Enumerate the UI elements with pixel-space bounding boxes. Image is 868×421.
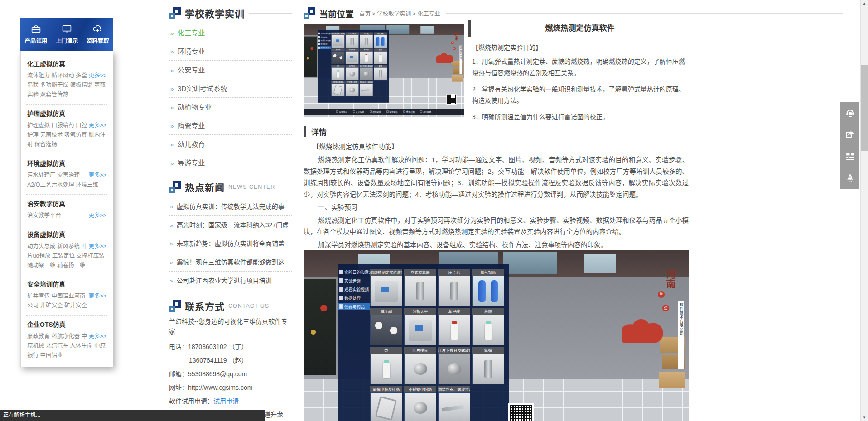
more-link[interactable]: 更多>> [88, 71, 106, 81]
equipment-card[interactable]: 蔗糖 [374, 48, 387, 64]
sim-toolbar-exit[interactable]: 退出观察 [420, 110, 431, 113]
news-item[interactable]: »未来新趋势：虚拟仿真实训将全面铺盖 [169, 234, 292, 253]
menu-item-environment[interactable]: »环境专业 [169, 42, 292, 61]
sim-menu-item-instruments[interactable]: 仪器与药品 [318, 46, 331, 49]
equipment-card[interactable]: 不锈钢小坩埚 [404, 386, 436, 421]
equipment-card[interactable]: 氧弹 [472, 347, 504, 384]
main-content: 当前位置 首页 > 学校教学实训 > 化工专业 燃烧热测定仿真软件 【燃烧热测定… [304, 6, 843, 20]
scrollbar-track[interactable]: ▲ ▼ [860, 0, 868, 421]
equipment-card[interactable]: 燃烧热测定实验装置 [370, 269, 402, 306]
section-links[interactable]: 更多>>护理虚拟 口服给药 口腔护理 无菌技术 吸氧仿真 肌内注射 保留灌肠 [27, 121, 106, 149]
equipment-card[interactable]: 压片下模具及螺旋燃烧丝 [438, 347, 470, 384]
section-links[interactable]: 更多>>动力头总成 新风系统 叶片ud铺放 工装定位 支撑杆压装 随动架三维 辅… [27, 242, 106, 270]
sim-menu-item-steps[interactable]: 实验步骤 [318, 36, 331, 39]
section-links[interactable]: 更多>>矿井宣传 中国铝业河南公司 井矿安全 矿井安全 [27, 292, 106, 311]
equipment-photo [360, 51, 373, 64]
section-links[interactable]: 更多>>流体阻力 循环风动 多釜串联 多功能干燥 筛板精馏 萃取实验 双套管传热 [27, 71, 106, 100]
equipment-card[interactable]: 减压阀 [370, 308, 402, 345]
sim-toolbar-assess[interactable]: 实验考核 [386, 110, 398, 113]
back-to-top-button[interactable] [840, 167, 859, 189]
sim-menu-item-video[interactable]: 观看实验视频 [338, 286, 370, 293]
equipment-card[interactable]: 氧弹 [374, 65, 387, 80]
sim-menu-item-purpose[interactable]: 实验目的和意义 [338, 268, 370, 276]
menu-item-animals-plants[interactable]: »动植物专业 [169, 98, 292, 116]
site-map-button[interactable] [840, 145, 859, 167]
product-trial-button[interactable]: 产品试用 [24, 24, 47, 45]
sim-menu-item-data[interactable]: 数据处理 [338, 294, 370, 301]
equipment-card[interactable]: 氧气钢瓶 [472, 269, 504, 306]
sim-menu: 实验目的和意义 实验步骤 观看实验视频 数据处理 仪器与药品 [338, 268, 370, 311]
sim-toolbar-learn[interactable]: 认识实验 [353, 110, 364, 113]
brand-company-text: 软件技术有限公司 [678, 301, 684, 369]
share-button[interactable] [840, 124, 859, 145]
equipment-card[interactable]: 苯甲酸 [360, 48, 373, 64]
news-item[interactable]: »虚拟仿真实训：传统教学无法完成的事 [169, 197, 292, 216]
document-icon [318, 33, 320, 34]
menu-item-ceramics[interactable]: »陶瓷专业 [169, 116, 292, 135]
equipment-card[interactable]: 苯甲酸 [438, 308, 470, 345]
sim-menu-item-video[interactable]: 观看实验视频 [318, 39, 331, 42]
news-item[interactable]: »高光时刻：国家级一流本科纳入327门虚 [169, 216, 292, 234]
customer-service-button[interactable] [840, 102, 859, 124]
news-item[interactable]: »公司赴江西农业大学进行项目培训 [169, 272, 292, 290]
equipment-card[interactable]: 蔗糖 [472, 308, 504, 345]
sim-menu-item-data[interactable]: 数据处理 [318, 43, 331, 46]
equipment-card[interactable]: 氧气钢瓶 [374, 32, 387, 48]
share-icon [845, 129, 855, 140]
more-link[interactable]: 更多>> [88, 211, 106, 220]
scrollbar-thumb[interactable] [861, 65, 868, 151]
more-link[interactable]: 更多>> [88, 121, 106, 130]
breadcrumb-path[interactable]: 首页 > 学校教学实训 > 化工专业 [359, 9, 440, 18]
equipment-label: 立式充氧器 [404, 269, 436, 276]
sim-menu-item-instruments[interactable]: 仪器与药品 [338, 303, 370, 310]
news-item[interactable]: »震惊！现在三维仿真软件都能够做到这 [169, 253, 292, 272]
sim-brand-mark: 河南 兰 幻 软件技术有限公司 [451, 32, 462, 81]
equipment-card[interactable]: 立式充氧器 [345, 32, 359, 48]
product-thumbnail-image[interactable]: 实验目的和意义 实验步骤 观看实验视频 数据处理 仪器与药品 燃烧热测定实验装置… [304, 24, 464, 117]
equipment-card[interactable]: 压片机 [360, 32, 373, 48]
scrollbar-up-arrow[interactable]: ▲ [861, 1, 868, 5]
section-links[interactable]: 更多>>治安教学平台 [27, 211, 106, 220]
more-link[interactable]: 更多>> [88, 242, 106, 251]
equipment-card[interactable]: 压片模具 [404, 347, 436, 384]
toolbox-icon [318, 47, 320, 49]
equipment-card[interactable]: 压片下模具及螺旋燃烧丝 [360, 65, 373, 80]
equipment-card[interactable]: 分析天平 [345, 48, 359, 64]
equipment-photo [438, 276, 470, 306]
sim-toolbar-restart[interactable]: 重新开始 [403, 110, 415, 113]
equipment-card[interactable]: 萘 [331, 65, 345, 80]
onsite-demo-button[interactable]: 上门演示 [55, 24, 78, 45]
equipment-card[interactable]: 燃烧丝卷、螺旋丝及量尺 [438, 386, 470, 421]
more-link[interactable]: 更多>> [88, 332, 106, 341]
section-links[interactable]: 更多>>污水处理厂 灾害治理 A2/O工艺污水处理 环境三维 [27, 171, 106, 190]
equipment-card[interactable]: 萘 [370, 347, 402, 384]
menu-item-3d-exam[interactable]: »3D实训考试系统 [169, 79, 292, 98]
monitor-icon [370, 110, 372, 113]
equipment-card[interactable]: 燃烧热测定实验装置 [331, 32, 345, 48]
equipment-card[interactable]: 氧弹电极及样品 [331, 81, 345, 96]
section-links[interactable]: 更多>>廉政教育 科航净化器 中原机械 北汽汽车 人体生命 中原银行 中国铝业 [27, 332, 106, 360]
equipment-card[interactable]: 立式充氧器 [404, 269, 436, 306]
trial-apply-link[interactable]: 试用申请 [213, 397, 239, 405]
equipment-card[interactable]: 减压阀 [331, 48, 345, 64]
menu-item-chemical[interactable]: »化工专业 [169, 24, 292, 42]
more-link[interactable]: 更多>> [88, 292, 106, 301]
equipment-photo [472, 315, 504, 345]
equipment-card[interactable]: 不锈钢小坩埚 [345, 81, 359, 96]
request-materials-button[interactable]: 资料索取 [87, 24, 109, 45]
contact-header: 联系方式 CONTACT US [169, 297, 292, 315]
menu-item-preschool[interactable]: »幼儿教育 [169, 135, 292, 153]
equipment-card[interactable]: 压片模具 [345, 65, 359, 80]
equipment-card[interactable]: 分析天平 [404, 308, 436, 345]
sim-menu-item-purpose[interactable]: 实验目的和意义 [318, 32, 331, 35]
sim-toolbar-preview[interactable]: 实验预习 [336, 110, 347, 113]
equipment-card[interactable]: 压片机 [438, 269, 470, 306]
scrollbar-down-arrow[interactable]: ▼ [861, 416, 868, 420]
equipment-card[interactable]: 氧弹电极及样品 [370, 386, 402, 421]
sim-menu-item-steps[interactable]: 实验步骤 [338, 277, 370, 284]
menu-item-tour-guide[interactable]: »导游专业 [169, 153, 292, 172]
equipment-card[interactable]: 燃烧丝卷、螺旋丝及量尺 [360, 81, 373, 96]
menu-item-police[interactable]: »公安专业 [169, 61, 292, 79]
more-link[interactable]: 更多>> [88, 171, 106, 180]
sim-toolbar-simulate[interactable]: 模拟实验 [370, 110, 381, 113]
